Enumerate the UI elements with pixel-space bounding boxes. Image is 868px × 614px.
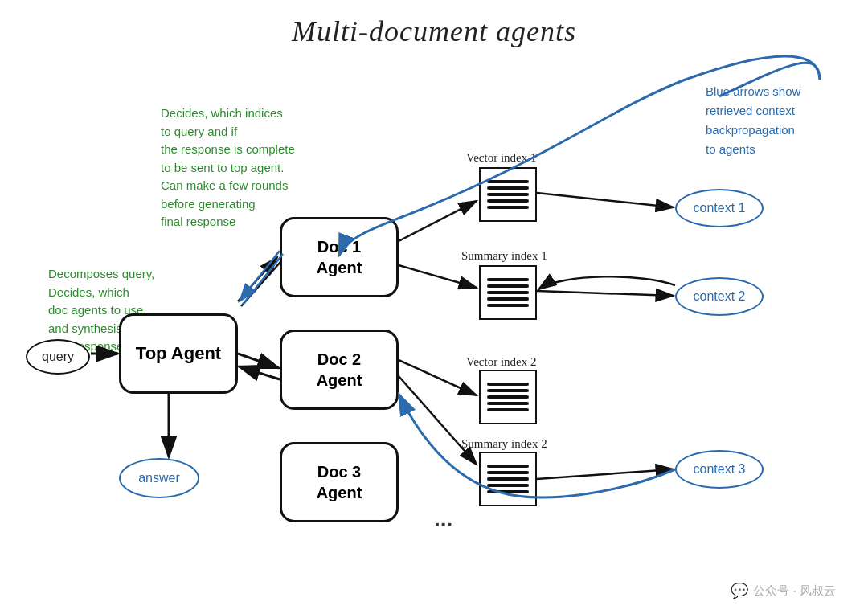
- answer-ellipse: answer: [119, 458, 199, 498]
- svg-line-17: [243, 254, 283, 305]
- vector-index-2-box: [479, 370, 537, 424]
- svg-line-12: [537, 291, 674, 296]
- query-ellipse: query: [26, 339, 90, 375]
- svg-line-13: [399, 360, 477, 395]
- svg-line-7: [239, 366, 280, 379]
- svg-line-6: [238, 354, 279, 368]
- dots-label: ...: [434, 506, 452, 532]
- vector-index-1-label: Vector index 1: [466, 151, 536, 165]
- summary-index-1-box: [479, 265, 537, 320]
- watermark: 💬 公众号 · 风叔云: [731, 582, 836, 600]
- page-title: Multi-document agents: [0, 0, 868, 48]
- doc1-annotation: Decides, which indices to query and if t…: [161, 104, 295, 231]
- svg-line-15: [537, 469, 674, 479]
- summary-index-1-label: Summary index 1: [461, 249, 547, 263]
- wechat-icon: 💬: [731, 582, 748, 600]
- vector-index-2-label: Vector index 2: [466, 355, 536, 369]
- svg-line-10: [399, 265, 477, 288]
- context2-ellipse: context 2: [675, 277, 764, 316]
- svg-line-4: [238, 257, 277, 301]
- context1-ellipse: context 1: [675, 189, 764, 227]
- blue-annotation: Blue arrows show retrieved context backp…: [706, 82, 800, 159]
- svg-line-9: [399, 201, 477, 241]
- svg-line-5: [241, 262, 280, 306]
- doc3-agent-box: Doc 3Agent: [280, 442, 399, 522]
- svg-line-11: [537, 193, 674, 207]
- svg-line-14: [399, 376, 477, 465]
- doc2-agent-box: Doc 2Agent: [280, 330, 399, 410]
- summary-index-2-box: [479, 452, 537, 506]
- doc1-agent-box: Doc 1Agent: [280, 217, 399, 297]
- context3-ellipse: context 3: [675, 450, 764, 489]
- summary-index-2-label: Summary index 2: [461, 437, 547, 451]
- vector-index-1-box: [479, 167, 537, 222]
- top-agent-box: Top Agent: [119, 313, 238, 394]
- svg-line-16: [240, 251, 280, 301]
